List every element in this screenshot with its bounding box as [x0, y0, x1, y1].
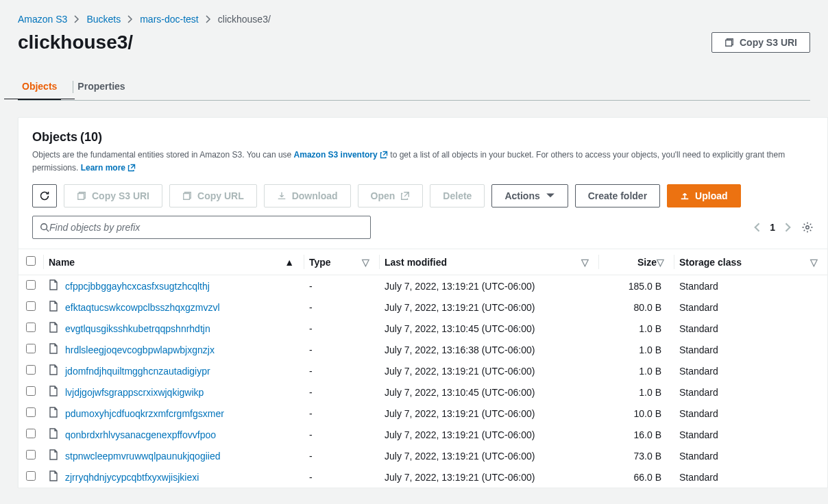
actions-dropdown[interactable]: Actions	[491, 184, 568, 207]
cell-modified: July 7, 2022, 13:10:45 (UTC-06:00)	[379, 381, 598, 403]
copy-icon	[724, 38, 734, 47]
cell-modified: July 7, 2022, 13:19:21 (UTC-06:00)	[379, 445, 598, 466]
cell-modified: July 7, 2022, 13:19:21 (UTC-06:00)	[379, 466, 598, 488]
row-checkbox[interactable]	[26, 450, 36, 459]
refresh-button[interactable]	[32, 184, 57, 207]
file-icon	[49, 322, 58, 335]
file-icon	[49, 449, 58, 462]
object-link[interactable]: efktaqtucswkcowpclbsszhqxgzmvzvl	[65, 302, 220, 313]
table-row: zjrryqhdnjycypcqbtfxyxwjisjkiexi-July 7,…	[19, 466, 827, 488]
cell-modified: July 7, 2022, 13:19:21 (UTC-06:00)	[379, 403, 598, 424]
cell-size: 80.0 B	[598, 297, 674, 318]
chevron-right-icon	[206, 15, 211, 23]
page-next[interactable]	[785, 223, 792, 232]
search-input[interactable]	[49, 222, 363, 233]
sort-icon: ▽	[657, 257, 664, 268]
table-row: pdumoxyhjcdfuoqkrzxmfcrgmfgsxmer-July 7,…	[19, 403, 827, 424]
objects-table: Name▲ Type▽ Last modified▽ Size▽ Storage…	[19, 249, 827, 488]
table-row: stpnwcleepmvruwwqlpaunukjqogiied-July 7,…	[19, 445, 827, 466]
object-link[interactable]: jdomfndjhquiltmgghcnzautadigiypr	[65, 366, 210, 377]
cell-size: 1.0 B	[598, 318, 674, 339]
cell-type: -	[304, 424, 379, 445]
tab-properties[interactable]: Properties	[73, 74, 129, 100]
table-row: hrdlsleegjoqevcogbpwlapwbjxgnzjx-July 7,…	[19, 339, 827, 360]
row-checkbox[interactable]	[26, 301, 36, 311]
create-folder-button[interactable]: Create folder	[575, 184, 660, 207]
link-learn-more[interactable]: Learn more	[81, 163, 136, 173]
external-link-icon	[400, 191, 410, 201]
cell-type: -	[304, 381, 379, 403]
copy-url-button[interactable]: Copy URL	[169, 184, 257, 207]
upload-button[interactable]: Upload	[667, 184, 740, 207]
copy-s3-uri-button[interactable]: Copy S3 URI	[64, 184, 162, 207]
file-icon	[49, 279, 58, 292]
settings-icon[interactable]	[801, 221, 814, 234]
cell-modified: July 7, 2022, 13:19:21 (UTC-06:00)	[379, 297, 598, 318]
page-prev[interactable]	[753, 223, 760, 232]
cell-modified: July 7, 2022, 13:16:38 (UTC-06:00)	[379, 339, 598, 360]
tab-objects[interactable]: Objects	[18, 74, 61, 100]
cell-type: -	[304, 360, 379, 381]
open-button[interactable]: Open	[358, 184, 424, 207]
object-link[interactable]: stpnwcleepmvruwwqlpaunukjqogiied	[65, 451, 220, 462]
download-button[interactable]: Download	[264, 184, 351, 207]
object-link[interactable]: hrdlsleegjoqevcogbpwlapwbjxgnzjx	[65, 344, 215, 355]
object-link[interactable]: evgtlqusgiksshkubetrqqpshnrhdtjn	[65, 323, 210, 334]
svg-point-0	[41, 224, 47, 230]
row-checkbox[interactable]	[26, 344, 36, 353]
sort-icon: ▽	[581, 257, 589, 268]
external-link-icon	[127, 164, 136, 172]
cell-storage: Standard	[674, 445, 827, 466]
search-box[interactable]	[32, 216, 371, 239]
row-checkbox[interactable]	[26, 280, 36, 290]
object-link[interactable]: qonbrdxrhlvysanacgenexpffovvfpoo	[65, 429, 216, 440]
cell-type: -	[304, 339, 379, 360]
tabs: Objects Properties	[18, 74, 810, 101]
breadcrumb-link-s3[interactable]: Amazon S3	[18, 14, 67, 25]
copy-icon	[77, 191, 86, 201]
cell-size: 1.0 B	[598, 381, 674, 403]
cell-size: 16.0 B	[598, 424, 674, 445]
row-checkbox[interactable]	[26, 407, 36, 417]
link-s3-inventory[interactable]: Amazon S3 inventory	[294, 150, 391, 160]
file-icon	[49, 428, 58, 441]
file-icon	[49, 301, 58, 314]
cell-size: 185.0 B	[598, 275, 674, 297]
row-checkbox[interactable]	[26, 365, 36, 375]
table-row: qonbrdxrhlvysanacgenexpffovvfpoo-July 7,…	[19, 424, 827, 445]
refresh-icon	[39, 190, 50, 201]
object-link[interactable]: zjrryqhdnjycypcqbtfxyxwjisjkiexi	[65, 472, 199, 483]
object-link[interactable]: cfppcjbbggayhcxcasfxsugtzhcqlthj	[65, 281, 210, 292]
cell-modified: July 7, 2022, 13:19:21 (UTC-06:00)	[379, 360, 598, 381]
objects-count: (10)	[80, 130, 102, 144]
col-last-modified[interactable]: Last modified▽	[379, 249, 598, 275]
delete-button[interactable]: Delete	[430, 184, 485, 207]
col-storage-class[interactable]: Storage class▽	[674, 249, 827, 275]
select-all-checkbox[interactable]	[26, 256, 36, 266]
breadcrumb-link-bucket[interactable]: mars-doc-test	[140, 14, 199, 25]
col-name[interactable]: Name▲	[43, 249, 304, 275]
caret-down-icon	[546, 191, 555, 201]
row-checkbox[interactable]	[26, 471, 36, 481]
table-row: jdomfndjhquiltmgghcnzautadigiypr-July 7,…	[19, 360, 827, 381]
row-checkbox[interactable]	[26, 323, 36, 332]
breadcrumb-link-buckets[interactable]: Buckets	[86, 14, 121, 25]
sort-icon: ▽	[810, 257, 818, 268]
cell-type: -	[304, 318, 379, 339]
cell-type: -	[304, 403, 379, 424]
copy-s3-uri-button-header[interactable]: Copy S3 URI	[711, 32, 810, 53]
cell-storage: Standard	[674, 466, 827, 488]
toolbar: Copy S3 URI Copy URL Download Open Delet…	[32, 184, 814, 207]
cell-size: 66.0 B	[598, 466, 674, 488]
page-title: clickhouse3/	[18, 32, 133, 53]
cell-modified: July 7, 2022, 13:19:21 (UTC-06:00)	[379, 424, 598, 445]
col-type[interactable]: Type▽	[304, 249, 379, 275]
object-link[interactable]: pdumoxyhjcdfuoqkrzxmfcrgmfgsxmer	[65, 408, 224, 419]
object-link[interactable]: lvjdjgojwfsgrappscrxixwjqkigwikp	[65, 387, 204, 398]
row-checkbox[interactable]	[26, 386, 36, 396]
download-icon	[277, 191, 287, 201]
row-checkbox[interactable]	[26, 429, 36, 438]
col-size[interactable]: Size▽	[598, 249, 674, 275]
pager: 1	[753, 221, 814, 234]
cell-size: 10.0 B	[598, 403, 674, 424]
